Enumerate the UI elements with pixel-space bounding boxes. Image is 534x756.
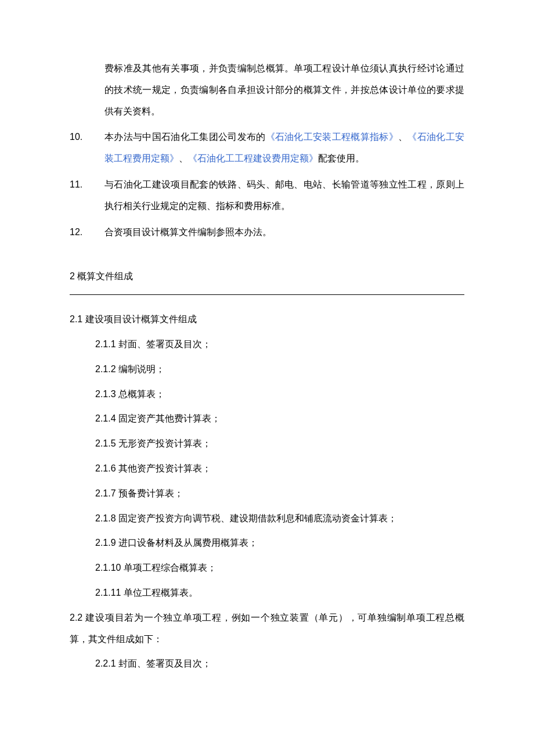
item-number: 10.: [70, 127, 104, 148]
item-body: 与石油化工建设项目配套的铁路、码头、邮电、电站、长输管道等独立性工程，原则上执行…: [104, 174, 464, 217]
reference-link[interactable]: 《石油化工安装工程概算指标》: [266, 132, 399, 142]
item-number: 12.: [70, 222, 104, 243]
text-segment: 配套使用。: [318, 153, 365, 163]
list-item-12: 12. 合资项目设计概算文件编制参照本办法。: [70, 222, 464, 243]
sub-item: 2.1.9 进口设备材料及从属费用概算表；: [95, 532, 464, 554]
list-item-10: 10. 本办法与中国石油化工集团公司发布的《石油化工安装工程概算指标》、《石油化…: [70, 127, 464, 170]
section-2-heading: 2 概算文件组成: [70, 266, 464, 287]
reference-link[interactable]: 《石油化工工程建设费用定额》: [188, 153, 318, 163]
text-segment: 本办法与中国石油化工集团公司发布的: [104, 132, 266, 142]
text-segment: 、: [398, 132, 407, 142]
sub-item: 2.2.1 封面、签署页及目次；: [95, 653, 464, 675]
sub-item: 2.1.4 固定资产其他费计算表；: [95, 408, 464, 430]
document-page: 费标准及其他有关事项，并负责编制总概算。单项工程设计单位须认真执行经讨论通过的技…: [0, 0, 534, 748]
item-body: 合资项目设计概算文件编制参照本办法。: [104, 222, 464, 243]
list-item-11: 11. 与石油化工建设项目配套的铁路、码头、邮电、电站、长输管道等独立性工程，原…: [70, 174, 464, 217]
sub-item: 2.1.1 封面、签署页及目次；: [95, 334, 464, 355]
item-body: 本办法与中国石油化工集团公司发布的《石油化工安装工程概算指标》、《石油化工安装工…: [104, 127, 464, 170]
subsection-2-2-heading: 2.2 建设项目若为一个独立单项工程，例如一个独立装置（单元），可单独编制单项工…: [70, 607, 464, 650]
sub-item: 2.1.8 固定资产投资方向调节税、建设期借款利息和铺底流动资金计算表；: [95, 508, 464, 530]
subsection-2-1-heading: 2.1 建设项目设计概算文件组成: [70, 309, 464, 330]
text-segment: 、: [179, 153, 188, 163]
item-9-continuation: 费标准及其他有关事项，并负责编制总概算。单项工程设计单位须认真执行经讨论通过的技…: [104, 58, 464, 122]
sub-item: 2.1.7 预备费计算表；: [95, 483, 464, 505]
sub-item: 2.1.11 单位工程概算表。: [95, 582, 464, 604]
sub-item: 2.1.3 总概算表；: [95, 384, 464, 405]
sub-item: 2.1.2 编制说明；: [95, 359, 464, 380]
section-divider: [70, 294, 464, 295]
sub-item: 2.1.5 无形资产投资计算表；: [95, 433, 464, 455]
sub-item: 2.1.6 其他资产投资计算表；: [95, 458, 464, 480]
sub-item: 2.1.10 单项工程综合概算表；: [95, 557, 464, 579]
item-number: 11.: [70, 174, 104, 196]
